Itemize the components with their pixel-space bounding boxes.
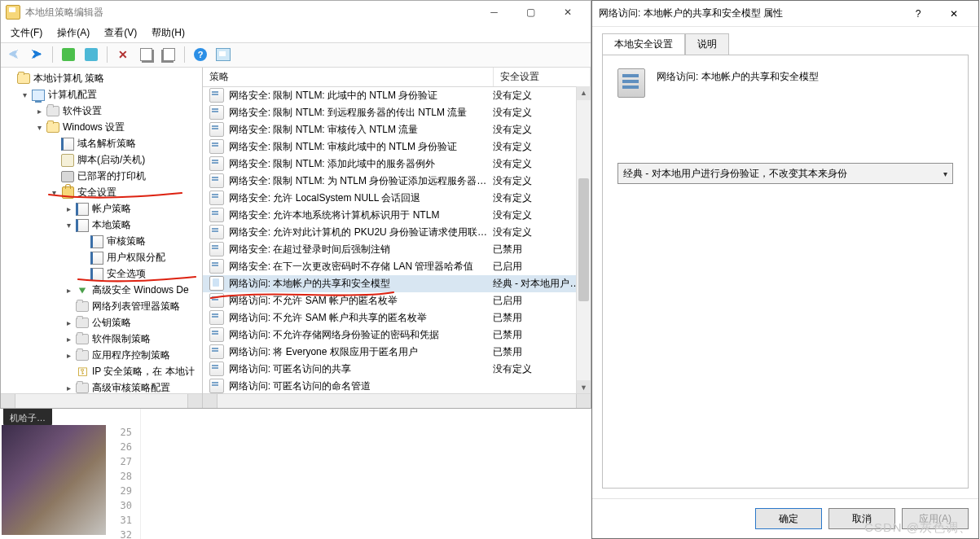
export-button[interactable] <box>136 45 156 64</box>
tree-user-rights[interactable]: 用户权限分配 <box>77 250 202 266</box>
gpedit-window: 本地组策略编辑器 ─ ▢ ✕ 文件(F) 操作(A) 查看(V) 帮助(H) ⮜… <box>0 0 591 409</box>
toolbar-sep <box>184 46 185 63</box>
tree-printers[interactable]: 已部署的打印机 <box>48 169 202 185</box>
delete-button[interactable]: ✕ <box>113 45 133 64</box>
policy-row[interactable]: 网络访问: 本地帐户的共享和安全模型经典 - 对本地用户进行 <box>203 275 591 292</box>
expand-icon[interactable]: ▸ <box>63 204 74 213</box>
policy-name: 网络访问: 本地帐户的共享和安全模型 <box>657 68 819 84</box>
col-setting[interactable]: 安全设置 <box>494 68 591 86</box>
menu-action[interactable]: 操作(A) <box>52 24 94 42</box>
menu-view[interactable]: 查看(V) <box>99 24 142 42</box>
up-button[interactable] <box>59 45 78 64</box>
props-button[interactable] <box>81 45 101 64</box>
scroll-thumb[interactable] <box>578 178 589 301</box>
collapse-icon[interactable]: ▾ <box>33 123 45 132</box>
policy-row[interactable]: 网络安全: 限制 NTLM: 此域中的 NTLM 身份验证没有定义 <box>203 87 591 104</box>
tree-hscrollbar[interactable] <box>1 393 202 408</box>
policy-row[interactable]: 网络访问: 不允许 SAM 帐户的匿名枚举已启用 <box>203 292 591 309</box>
policy-row[interactable]: 网络安全: 允许 LocalSystem NULL 会话回退没有定义 <box>203 190 591 207</box>
policy-row[interactable]: 网络安全: 限制 NTLM: 审核传入 NTLM 流量没有定义 <box>203 121 591 138</box>
tree-scripts[interactable]: 脚本(启动/关机) <box>48 152 202 169</box>
tree-label: 帐户策略 <box>90 202 131 216</box>
policy-row[interactable]: 网络安全: 在超过登录时间后强制注销已禁用 <box>203 241 591 258</box>
policy-row[interactable]: 网络安全: 在下一次更改密码时不存储 LAN 管理器哈希值已启用 <box>203 258 591 275</box>
maximize-button[interactable]: ▢ <box>512 2 549 23</box>
scroll-down-icon[interactable]: ▼ <box>577 380 591 394</box>
policy-row[interactable]: 网络访问: 不允许 SAM 帐户和共享的匿名枚举已禁用 <box>203 309 591 326</box>
policy-row[interactable]: 网络安全: 允许本地系统将计算机标识用于 NTLM没有定义 <box>203 207 591 224</box>
minimize-button[interactable]: ─ <box>476 2 512 23</box>
tree-app-control[interactable]: ▸ 应用程序控制策略 <box>63 348 202 364</box>
expand-icon[interactable]: ▸ <box>33 107 45 116</box>
apply-button[interactable]: 应用(A) <box>902 508 969 529</box>
tree-audit-policy[interactable]: 审核策略 <box>77 234 202 250</box>
tree-root[interactable]: 本地计算机 策略 <box>4 71 202 87</box>
tree-software-restriction[interactable]: ▸ 软件限制策略 <box>63 331 202 348</box>
dialog-close-button[interactable]: ✕ <box>936 2 972 24</box>
list-vscrollbar[interactable]: ▲ ▼ <box>576 86 591 394</box>
dialog-help-button[interactable]: ? <box>900 2 936 24</box>
collapse-icon[interactable]: ▾ <box>48 188 59 197</box>
tree-windows-settings[interactable]: ▾ Windows 设置 <box>33 120 202 136</box>
expand-icon[interactable]: ▸ <box>63 318 74 327</box>
editor-tab[interactable]: 机哈子… <box>3 409 52 427</box>
expand-icon[interactable]: ▸ <box>63 286 74 295</box>
cancel-button[interactable]: 取消 <box>828 508 895 529</box>
collapse-icon[interactable]: ▾ <box>63 221 74 230</box>
nav-back-button[interactable]: ⮜ <box>4 45 24 64</box>
nav-forward-button[interactable]: ⮞ <box>27 45 46 64</box>
tree-security-options[interactable]: 安全选项 <box>77 266 202 283</box>
tree-nlm-policies[interactable]: 网络列表管理器策略 <box>63 299 202 315</box>
col-policy[interactable]: 策略 <box>203 68 494 86</box>
tree-adv-audit[interactable]: ▸ 高级审核策略配置 <box>63 380 202 394</box>
collapse-icon[interactable]: ▾ <box>19 90 30 99</box>
tree-software-settings[interactable]: ▸ 软件设置 <box>33 103 202 120</box>
policy-value: 没有定义 <box>493 208 584 222</box>
close-button[interactable]: ✕ <box>549 2 586 23</box>
policy-name: 网络安全: 限制 NTLM: 审核传入 NTLM 流量 <box>229 123 488 137</box>
tree-adv-firewall[interactable]: ▸ 高级安全 Windows De <box>63 283 202 299</box>
tree-computer-config[interactable]: ▾ 计算机配置 <box>19 87 202 103</box>
expand-icon[interactable]: ▸ <box>63 351 74 360</box>
window-title: 本地组策略编辑器 <box>25 6 476 20</box>
policy-name: 网络访问: 不允许 SAM 帐户的匿名枚举 <box>229 294 488 308</box>
policy-row[interactable]: 网络访问: 可匿名访问的共享没有定义 <box>203 361 591 378</box>
policy-value: 没有定义 <box>493 123 584 137</box>
dialog-title: 网络访问: 本地帐户的共享和安全模型 属性 <box>599 7 783 20</box>
tree-security-settings[interactable]: ▾ 安全设置 <box>48 185 202 201</box>
tree-label: 已部署的打印机 <box>76 169 146 183</box>
ok-button[interactable]: 确定 <box>755 508 822 529</box>
tab-explain[interactable]: 说明 <box>685 33 729 55</box>
menu-help[interactable]: 帮助(H) <box>147 24 190 42</box>
policy-row[interactable]: 网络安全: 限制 NTLM: 到远程服务器的传出 NTLM 流量没有定义 <box>203 104 591 121</box>
tree-ipsec[interactable]: IP 安全策略，在 本地计 <box>63 364 202 380</box>
policy-row[interactable]: 网络访问: 可匿名访问的命名管道 <box>203 378 591 395</box>
policy-name: 网络访问: 不允许存储网络身份验证的密码和凭据 <box>229 328 488 342</box>
preview-button[interactable] <box>213 45 233 64</box>
code-area[interactable] <box>141 409 591 539</box>
sharing-model-combo[interactable]: 经典 - 对本地用户进行身份验证，不改变其本来身份 ▾ <box>617 163 953 184</box>
tree-account-policies[interactable]: ▸ 帐户策略 <box>63 201 202 217</box>
tree-scroll[interactable]: 本地计算机 策略 ▾ 计算机配置 <box>1 68 202 394</box>
expand-icon[interactable]: ▸ <box>63 383 74 392</box>
policy-row[interactable]: 网络访问: 将 Everyone 权限应用于匿名用户已禁用 <box>203 344 591 361</box>
policy-row[interactable]: 网络安全: 限制 NTLM: 为 NTLM 身份验证添加远程服务器…没有定义 <box>203 173 591 190</box>
policy-row[interactable]: 网络访问: 不允许存储网络身份验证的密码和凭据已禁用 <box>203 326 591 344</box>
policy-value: 没有定义 <box>493 174 584 188</box>
scroll-up-icon[interactable]: ▲ <box>577 86 591 100</box>
policy-row[interactable]: 网络安全: 允许对此计算机的 PKU2U 身份验证请求使用联…没有定义 <box>203 224 591 241</box>
expand-icon[interactable]: ▸ <box>63 335 74 344</box>
list-hscrollbar[interactable] <box>203 393 591 408</box>
tree-label: 本地计算机 策略 <box>32 72 104 85</box>
refresh-button[interactable] <box>159 45 178 64</box>
tree-local-policies[interactable]: ▾ 本地策略 <box>63 217 202 234</box>
help-button[interactable]: ? <box>191 45 210 64</box>
list-rows[interactable]: 网络安全: 限制 NTLM: 此域中的 NTLM 身份验证没有定义网络安全: 限… <box>203 87 591 408</box>
tree-label: 应用程序控制策略 <box>90 348 170 362</box>
tab-local-setting[interactable]: 本地安全设置 <box>602 33 685 55</box>
menu-file[interactable]: 文件(F) <box>6 24 47 42</box>
tree-public-key[interactable]: ▸ 公钥策略 <box>63 315 202 331</box>
tree-name-resolution[interactable]: 域名解析策略 <box>48 136 202 152</box>
policy-row[interactable]: 网络安全: 限制 NTLM: 审核此域中的 NTLM 身份验证没有定义 <box>203 138 591 156</box>
policy-row[interactable]: 网络安全: 限制 NTLM: 添加此域中的服务器例外没有定义 <box>203 156 591 173</box>
